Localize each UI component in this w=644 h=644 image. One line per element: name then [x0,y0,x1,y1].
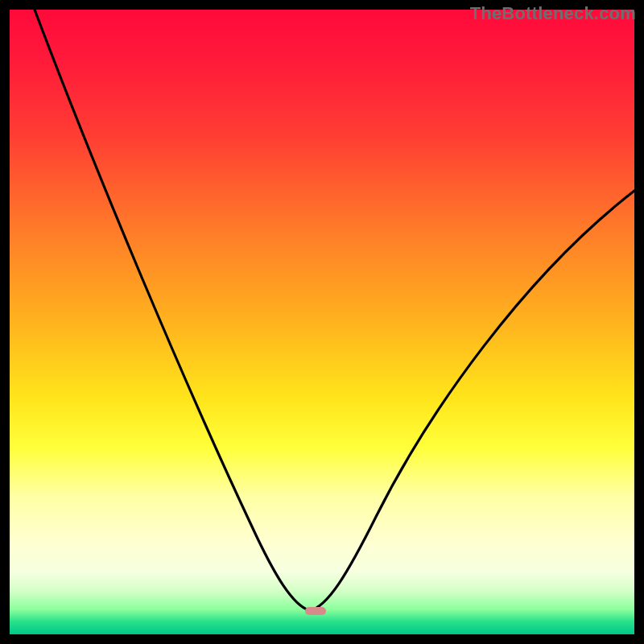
minimum-marker [305,607,326,615]
plot-area [10,10,634,634]
chart-frame: TheBottleneck.com [0,0,644,644]
bottleneck-curve [10,10,634,634]
curve-left-branch [35,10,310,611]
watermark-text: TheBottleneck.com [470,3,636,24]
curve-right-branch [310,191,635,611]
